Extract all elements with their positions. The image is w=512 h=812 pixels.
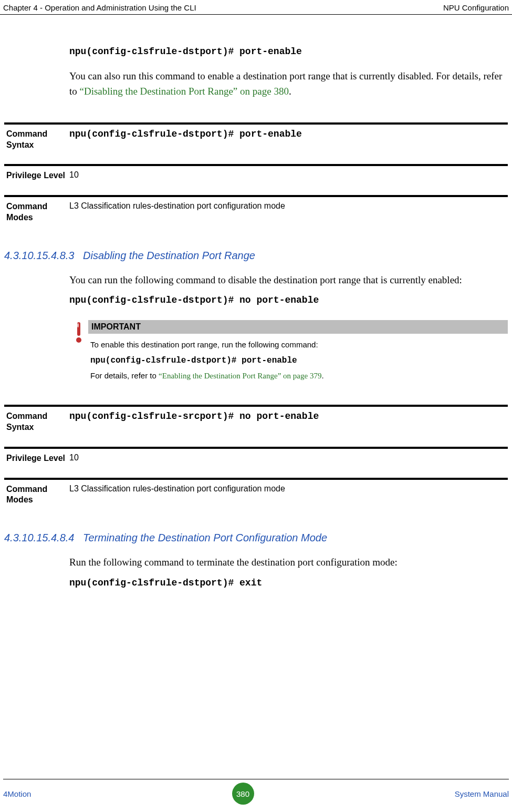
header-left: Chapter 4 - Operation and Administration… (3, 3, 196, 12)
row2-privilege-level: Privilege Level 10 (4, 447, 508, 478)
footer-divider (3, 779, 509, 779)
label-command-syntax: Command Syntax (4, 129, 69, 151)
subheading-disabling: 4.3.10.15.4.8.3 Disabling the Destinatio… (4, 250, 508, 262)
page-header: Chapter 4 - Operation and Administration… (0, 3, 512, 15)
cross-ref-link[interactable]: “Disabling the Destination Port Range” o… (80, 86, 289, 97)
value-privilege-level: 10 (69, 170, 508, 180)
subheading2-title: Terminating the Destination Port Configu… (83, 532, 327, 544)
value2-command-modes: L3 Classification rules-destination port… (69, 484, 508, 494)
sub1-paragraph: You can run the following command to dis… (69, 272, 508, 287)
value2-privilege-level: 10 (69, 453, 508, 462)
intro-text-b: . (289, 86, 291, 97)
row-privilege-level: Privilege Level 10 (4, 164, 508, 195)
sub1-command: npu(config-clsfrule-dstport)# no port-en… (69, 295, 508, 305)
important-icon (69, 320, 88, 382)
page-footer: 4Motion 380 System Manual (0, 783, 512, 805)
note-title: IMPORTANT (88, 320, 508, 334)
sub2-paragraph: Run the following command to terminate t… (69, 554, 508, 570)
row-command-modes: Command Modes L3 Classification rules-de… (4, 195, 508, 237)
note-line2a: For details, refer to (90, 371, 159, 380)
note-line1: To enable this destination port range, r… (90, 340, 318, 349)
command-block-1: Command Syntax npu(config-clsfrule-dstpo… (4, 122, 508, 237)
footer-left: 4Motion (3, 789, 31, 798)
sub2-command: npu(config-clsfrule-dstport)# exit (69, 578, 508, 588)
row2-command-syntax: Command Syntax npu(config-clsfrule-srcpo… (4, 405, 508, 447)
important-note: IMPORTANT To enable this destination por… (69, 320, 508, 382)
label-privilege-level: Privilege Level (4, 170, 69, 181)
value-command-syntax: npu(config-clsfrule-dstport)# port-enabl… (69, 129, 508, 139)
subheading-terminating: 4.3.10.15.4.8.4 Terminating the Destinat… (4, 532, 508, 544)
subheading-number: 4.3.10.15.4.8.3 (4, 250, 83, 262)
row2-command-modes: Command Modes L3 Classification rules-de… (4, 478, 508, 520)
svg-point-2 (77, 323, 79, 327)
note-line2b: . (321, 371, 323, 380)
command-block-2: Command Syntax npu(config-clsfrule-srcpo… (4, 405, 508, 519)
label2-command-modes: Command Modes (4, 484, 69, 506)
note-body: IMPORTANT To enable this destination por… (88, 320, 508, 382)
subheading2-number: 4.3.10.15.4.8.4 (4, 532, 83, 544)
row-command-syntax: Command Syntax npu(config-clsfrule-dstpo… (4, 122, 508, 165)
subheading-title: Disabling the Destination Port Range (83, 250, 255, 262)
label2-command-syntax: Command Syntax (4, 411, 69, 433)
svg-point-1 (76, 337, 81, 343)
footer-right: System Manual (455, 789, 509, 798)
page-number-badge: 380 (232, 783, 254, 805)
header-right: NPU Configuration (443, 3, 509, 12)
page-content: npu(config-clsfrule-dstport)# port-enabl… (0, 15, 512, 588)
label-command-modes: Command Modes (4, 201, 69, 223)
note-text: To enable this destination port range, r… (88, 334, 508, 382)
note-command: npu(config-clsfrule-dstport)# port-enabl… (90, 354, 506, 367)
value2-command-syntax: npu(config-clsfrule-srcport)# no port-en… (69, 411, 508, 422)
label2-privilege-level: Privilege Level (4, 453, 69, 464)
intro-paragraph: You can also run this command to enable … (69, 68, 508, 99)
value-command-modes: L3 Classification rules-destination port… (69, 201, 508, 211)
note-cross-ref-link[interactable]: “Enabling the Destination Port Range” on… (159, 372, 321, 380)
intro-command: npu(config-clsfrule-dstport)# port-enabl… (69, 46, 508, 57)
